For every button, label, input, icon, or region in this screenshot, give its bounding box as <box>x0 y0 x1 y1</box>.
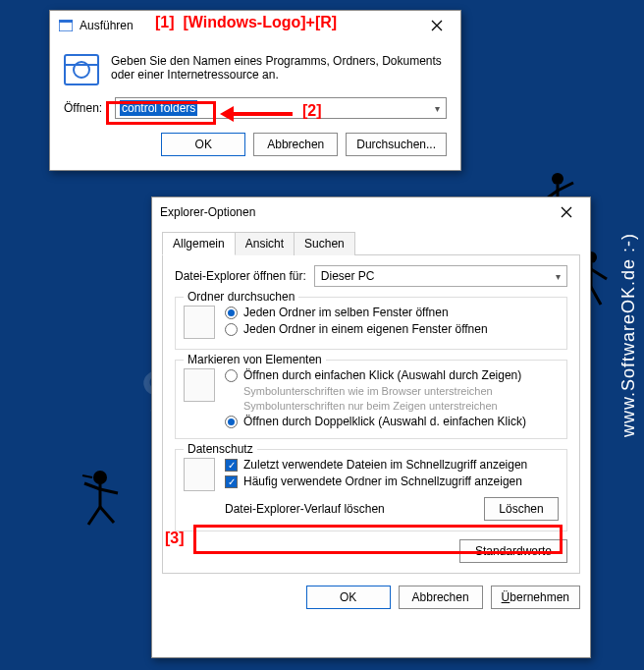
privacy-icon <box>184 458 215 491</box>
cursor-click-icon <box>184 368 215 402</box>
svg-line-11 <box>591 287 601 305</box>
defaults-button[interactable]: Standardwerte <box>459 539 567 563</box>
tab-view[interactable]: Ansicht <box>235 232 295 255</box>
svg-line-18 <box>82 475 92 477</box>
clear-history-label: Datei-Explorer-Verlauf löschen <box>225 502 476 516</box>
svg-line-14 <box>84 483 100 489</box>
stick-figure-icon <box>79 468 122 527</box>
checkbox-icon: ✓ <box>225 459 238 472</box>
sub-underline-hover: Symbolunterschriften nur beim Zeigen unt… <box>243 400 526 412</box>
svg-point-12 <box>93 471 107 484</box>
radio-icon <box>225 369 238 382</box>
cancel-button[interactable]: Abbrechen <box>253 133 338 156</box>
open-for-label: Datei-Explorer öffnen für: <box>175 269 306 283</box>
explorer-options-window: Explorer-Optionen Allgemein Ansicht Such… <box>151 196 591 658</box>
radio-icon <box>225 307 238 319</box>
radio-icon <box>225 416 238 428</box>
svg-line-17 <box>100 507 114 523</box>
annotation-3-label: [3] <box>165 530 185 547</box>
group-click-title: Markieren von Elementen <box>184 353 326 366</box>
group-browse-folders: Ordner durchsuchen Jeden Ordner im selbe… <box>175 297 567 350</box>
group-click-items: Markieren von Elementen Öffnen durch ein… <box>175 360 567 439</box>
open-for-select[interactable]: Dieser PC ▾ <box>314 265 567 287</box>
svg-point-0 <box>552 173 564 185</box>
close-button[interactable] <box>545 198 588 226</box>
tab-search[interactable]: Suchen <box>294 232 355 255</box>
radio-double-click[interactable]: Öffnen durch Doppelklick (Auswahl d. ein… <box>225 415 526 428</box>
clear-button[interactable]: Löschen <box>484 497 559 521</box>
close-button[interactable] <box>415 12 458 39</box>
chevron-down-icon: ▾ <box>556 271 561 282</box>
group-browse-title: Ordner durchsuchen <box>184 290 298 304</box>
ok-button[interactable]: OK <box>306 586 391 609</box>
run-app-icon <box>64 54 99 85</box>
folder-icon <box>184 306 215 339</box>
group-privacy: Datenschutz ✓Zuletzt verwendete Dateien … <box>175 449 567 531</box>
radio-same-window[interactable]: Jeden Ordner im selben Fenster öffnen <box>225 306 488 319</box>
group-privacy-title: Datenschutz <box>184 442 257 456</box>
svg-line-9 <box>591 269 607 279</box>
tab-general[interactable]: Allgemein <box>162 232 236 255</box>
svg-rect-20 <box>59 20 73 23</box>
close-icon <box>561 206 572 218</box>
chevron-down-icon: ▾ <box>435 103 440 114</box>
options-dialog-title: Explorer-Optionen <box>160 205 545 219</box>
cancel-button[interactable]: Abbrechen <box>399 586 483 609</box>
svg-line-16 <box>88 507 100 525</box>
run-description: Geben Sie den Namen eines Programms, Ord… <box>111 54 447 85</box>
side-url-text: www.SoftwareOK.de :-) <box>618 233 639 437</box>
check-frequent-folders[interactable]: ✓Häufig verwendete Ordner im Schnellzugr… <box>225 475 527 488</box>
check-recent-files[interactable]: ✓Zuletzt verwendete Dateien im Schnellzu… <box>225 458 527 472</box>
browse-button[interactable]: Durchsuchen... <box>346 133 447 156</box>
open-for-value: Dieser PC <box>321 269 375 283</box>
sub-underline-browser: Symbolunterschriften wie im Browser unte… <box>243 385 526 397</box>
radio-single-click[interactable]: Öffnen durch einfachen Klick (Auswahl du… <box>225 368 526 382</box>
tab-panel-general: Datei-Explorer öffnen für: Dieser PC ▾ O… <box>162 255 580 574</box>
svg-line-3 <box>558 183 573 191</box>
radio-icon <box>225 323 238 336</box>
ok-button[interactable]: OK <box>161 133 245 156</box>
apply-button[interactable]: Übernehmen <box>491 586 580 609</box>
radio-own-window[interactable]: Jeden Ordner in einem eigenen Fenster öf… <box>225 322 488 336</box>
run-dialog-window: Ausführen Geben Sie den Namen eines Prog… <box>49 10 461 171</box>
run-title-icon <box>58 18 74 33</box>
svg-line-15 <box>100 489 118 493</box>
open-label: Öffnen: <box>64 101 109 115</box>
titlebar[interactable]: Explorer-Optionen <box>152 197 590 227</box>
checkbox-icon: ✓ <box>225 475 238 488</box>
open-input-value: control folders <box>120 100 197 116</box>
tab-strip: Allgemein Ansicht Suchen <box>162 231 580 255</box>
annotation-1: [1] [Windows-Logo]+[R] <box>155 14 337 31</box>
annotation-2-label: [2] <box>302 102 322 120</box>
annotation-2-arrow <box>220 106 293 122</box>
close-icon <box>431 20 443 31</box>
